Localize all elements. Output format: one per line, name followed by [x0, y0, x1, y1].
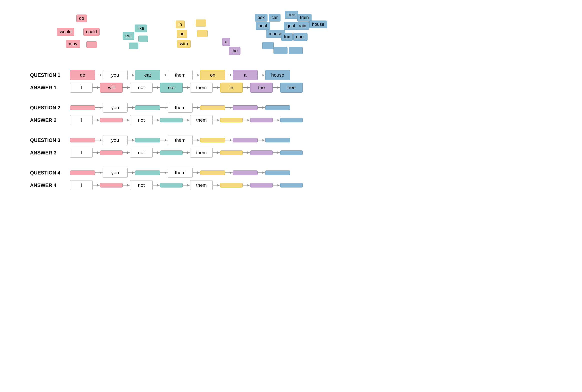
chain-box[interactable]: them [190, 115, 213, 125]
scatter-word-with[interactable]: with [177, 40, 191, 48]
chain-box[interactable]: you [103, 103, 128, 113]
question-label: QUESTION 4 [30, 170, 70, 176]
chain-box[interactable] [250, 183, 273, 187]
chain-box[interactable] [70, 170, 95, 175]
scatter-word-the[interactable]: the [229, 47, 240, 55]
scatter-word-rain[interactable]: rain [296, 22, 309, 30]
scatter-word-fox[interactable]: fox [281, 33, 293, 41]
chain-box[interactable] [70, 138, 95, 142]
chain-arrow [93, 152, 100, 153]
chain-box[interactable] [200, 105, 225, 110]
scatter-word-eat[interactable]: eat [123, 32, 134, 40]
scatter-word-could[interactable]: could [83, 28, 100, 36]
chain-box[interactable] [100, 150, 123, 155]
scatter-word-in[interactable]: in [176, 21, 185, 28]
scatter-word-would[interactable]: would [57, 28, 74, 36]
chain-box[interactable] [233, 170, 258, 175]
answer-row: ANSWER 4Inotthem [15, 180, 582, 190]
chain-box[interactable] [160, 183, 183, 187]
chain-box[interactable]: a [233, 70, 258, 80]
chain-box[interactable]: I [70, 115, 93, 125]
chain-box[interactable]: I [70, 83, 93, 93]
chain-arrow [183, 87, 190, 88]
chain-box[interactable] [233, 138, 258, 142]
scatter-blank-teal-2[interactable] [129, 43, 138, 49]
scatter-word-on[interactable]: on [177, 30, 187, 38]
chain-box[interactable]: not [130, 180, 153, 190]
chain-box[interactable]: will [100, 83, 123, 93]
chain-box[interactable] [280, 150, 303, 155]
chain-box[interactable]: in [220, 83, 243, 93]
chain-box[interactable]: eat [160, 83, 183, 93]
chain-box[interactable] [135, 138, 160, 142]
chain-box[interactable] [265, 170, 290, 175]
chain-box[interactable]: them [168, 103, 193, 113]
scatter-word-train[interactable]: train [297, 14, 312, 22]
chain-box[interactable] [135, 105, 160, 110]
chain-box[interactable]: them [190, 148, 213, 158]
chain-box[interactable] [250, 118, 273, 122]
chain-box[interactable]: you [103, 135, 128, 145]
scatter-word-may[interactable]: may [66, 40, 80, 48]
chain-arrow [258, 140, 265, 140]
chain-box[interactable]: you [103, 168, 128, 178]
scatter-word-like[interactable]: like [135, 25, 147, 32]
chain-box[interactable] [100, 118, 123, 122]
chain-box[interactable] [160, 118, 183, 122]
question-label: QUESTION 1 [30, 72, 70, 78]
chain-box[interactable] [160, 150, 183, 155]
scatter-blank-pink[interactable] [86, 41, 97, 48]
scatter-blank-blue-3[interactable] [289, 47, 303, 54]
scatter-word-do[interactable]: do [76, 15, 87, 22]
chain-box[interactable] [265, 138, 290, 142]
scatter-word-box[interactable]: box [255, 14, 267, 22]
chain-box[interactable] [280, 118, 303, 122]
chain-box[interactable] [200, 170, 225, 175]
scatter-blank-teal-1[interactable] [138, 36, 148, 42]
scatter-word-boat[interactable]: boat [256, 22, 270, 30]
chain-box[interactable]: house [265, 70, 290, 80]
chain-box[interactable]: do [70, 70, 95, 80]
chain-box[interactable]: I [70, 148, 93, 158]
chain-box[interactable]: not [130, 83, 153, 93]
chain-arrow [95, 75, 103, 75]
chain-box[interactable] [220, 150, 243, 155]
chain-arrow [95, 107, 103, 108]
chain-box[interactable]: them [168, 168, 193, 178]
scatter-word-house[interactable]: house [309, 21, 327, 28]
chain-box[interactable] [100, 183, 123, 187]
chain-box[interactable]: tree [280, 83, 303, 93]
chain-box[interactable]: eat [135, 70, 160, 80]
scatter-word-dark[interactable]: dark [293, 33, 308, 41]
chain-box[interactable]: on [200, 70, 225, 80]
chain-box[interactable] [200, 138, 225, 142]
chain-box[interactable] [250, 150, 273, 155]
scatter-blank-yellow-1[interactable] [196, 20, 206, 27]
chain-box[interactable] [220, 183, 243, 187]
chain-box[interactable] [280, 183, 303, 187]
chain-box[interactable]: you [103, 70, 128, 80]
chain-box[interactable]: them [190, 180, 213, 190]
chain-box[interactable]: the [250, 83, 273, 93]
chain-box[interactable] [233, 105, 258, 110]
chain-box[interactable]: them [168, 70, 193, 80]
scatter-blank-blue-1[interactable] [262, 42, 274, 49]
scatter-word-car[interactable]: car [269, 14, 280, 22]
sentence-chain: Inotthem [70, 148, 303, 158]
chain-arrow [128, 75, 135, 75]
scatter-blank-blue-2[interactable] [273, 47, 287, 54]
chain-box[interactable] [135, 170, 160, 175]
chain-arrow [213, 120, 220, 120]
chain-box[interactable]: them [168, 135, 193, 145]
chain-arrow [93, 87, 100, 88]
chain-box[interactable]: not [130, 115, 153, 125]
chain-box[interactable] [220, 118, 243, 122]
chain-box[interactable] [70, 105, 95, 110]
scatter-blank-yellow-2[interactable] [197, 30, 208, 37]
chain-box[interactable]: I [70, 180, 93, 190]
chain-box[interactable]: them [190, 83, 213, 93]
scatter-word-tree[interactable]: tree [285, 11, 298, 19]
chain-box[interactable]: not [130, 148, 153, 158]
scatter-word-a[interactable]: a [222, 38, 230, 46]
chain-box[interactable] [265, 105, 290, 110]
